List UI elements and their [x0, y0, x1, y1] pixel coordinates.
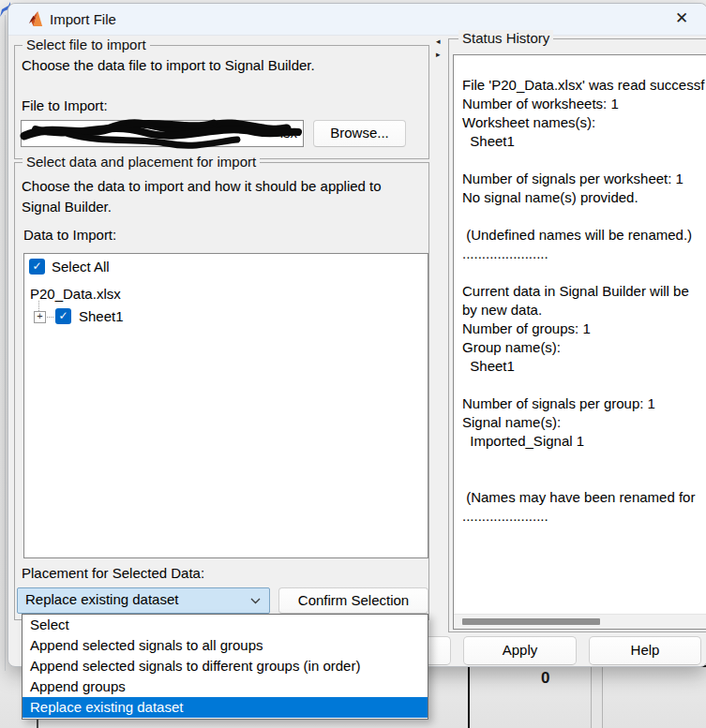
- file-path-input[interactable]: lsx: [21, 120, 304, 147]
- select-all-label[interactable]: Select All: [52, 259, 110, 275]
- status-line: ......................: [462, 507, 706, 526]
- horizontal-scrollbar-thumb[interactable]: [462, 618, 600, 625]
- status-line: Number of signals per group: 1: [462, 394, 706, 413]
- background-window-edge: [5, 15, 6, 671]
- apply-button[interactable]: Apply: [463, 636, 577, 665]
- status-line: Worksheet names(s):: [462, 113, 706, 132]
- dropdown-option-append-different[interactable]: Append selected signals to different gro…: [23, 656, 428, 676]
- status-line: Imported_Signal 1: [462, 432, 706, 451]
- status-line: [462, 451, 706, 469]
- status-history-lines: File 'P20_Data.xlsx' was read successf N…: [454, 55, 706, 526]
- select-all-checkbox[interactable]: ✓: [29, 259, 45, 275]
- status-line: Current data in Signal Builder will be: [462, 282, 706, 301]
- tree-node-sheet1[interactable]: Sheet1: [79, 308, 124, 324]
- browse-button[interactable]: Browse...: [313, 120, 406, 147]
- status-line: Sheet1: [462, 357, 706, 376]
- placement-combobox-value: Replace existing dataset: [25, 591, 178, 607]
- status-line: [462, 376, 706, 394]
- select-data-description-line2: Signal Builder.: [22, 199, 112, 215]
- background-axis-tick-label: 0: [541, 669, 549, 688]
- status-line: Group name(s):: [462, 338, 706, 357]
- data-to-import-label: Data to Import:: [23, 227, 116, 243]
- help-button[interactable]: Help: [589, 636, 701, 665]
- splitter-collapse-right-icon[interactable]: ▸: [436, 51, 441, 59]
- screen: 0 Import File ✕ Select file to import Ch…: [0, 0, 706, 728]
- select-data-description-line1: Choose the data to import and how it sho…: [22, 178, 382, 194]
- status-line: No signal name(s) provided.: [462, 188, 706, 207]
- status-line: Sheet1: [462, 132, 706, 151]
- import-file-dialog: Import File ✕ Select file to import Choo…: [8, 3, 706, 667]
- status-history-legend: Status History: [458, 30, 553, 46]
- status-history-textarea[interactable]: File 'P20_Data.xlsx' was read successf N…: [453, 54, 706, 630]
- dropdown-option-replace-dataset[interactable]: Replace existing dataset: [23, 697, 428, 718]
- placement-label: Placement for Selected Data:: [22, 565, 204, 581]
- dropdown-option-append-groups[interactable]: Append groups: [23, 676, 428, 697]
- status-line: (Undefined names will be renamed.): [462, 226, 706, 245]
- titlebar[interactable]: Import File ✕: [8, 4, 706, 36]
- matlab-logo-icon: [26, 10, 44, 28]
- status-line: [462, 469, 706, 488]
- select-data-legend: Select data and placement for import: [23, 154, 260, 170]
- select-file-legend: Select file to import: [23, 37, 150, 52]
- select-data-groupbox: Select data and placement for import Cho…: [14, 162, 429, 620]
- status-line: Number of worksheets: 1: [462, 95, 706, 113]
- select-file-groupbox: Select file to import Choose the data fi…: [14, 45, 429, 159]
- tree-connector: [45, 317, 53, 318]
- select-file-description: Choose the data file to import to Signal…: [22, 57, 315, 73]
- dropdown-option-select[interactable]: Select: [23, 615, 428, 635]
- confirm-selection-button[interactable]: Confirm Selection: [278, 587, 428, 614]
- background-plot-axis: [468, 666, 470, 728]
- splitter-collapse-left-icon[interactable]: ◂: [436, 37, 441, 46]
- status-history-groupbox: Status History File 'P20_Data.xlsx' was …: [448, 38, 706, 632]
- close-icon[interactable]: ✕: [665, 4, 698, 35]
- status-line: [462, 207, 706, 226]
- status-line: File 'P20_Data.xlsx' was read successf: [462, 76, 706, 95]
- status-line: ......................: [462, 245, 706, 263]
- status-line: (Names may have been renamed for: [462, 488, 706, 507]
- horizontal-scrollbar-track[interactable]: [454, 614, 706, 629]
- dialog-title: Import File: [50, 4, 116, 35]
- status-line: Number of groups: 1: [462, 319, 706, 338]
- status-line: [462, 263, 706, 282]
- file-path-visible-fragment: lsx: [280, 125, 297, 141]
- placement-dropdown-popup: Select Append selected signals to all gr…: [22, 614, 428, 720]
- status-line: by new data.: [462, 301, 706, 319]
- file-to-import-label: File to Import:: [22, 97, 108, 113]
- placement-combobox[interactable]: Replace existing dataset: [17, 587, 270, 614]
- tree-node-file[interactable]: P20_Data.xlsx: [30, 286, 121, 302]
- data-import-tree[interactable]: ✓ Select All P20_Data.xlsx + ✓ Sheet1: [23, 253, 428, 558]
- background-panel-divider: [591, 666, 603, 728]
- status-line: [462, 151, 706, 170]
- dropdown-option-append-all[interactable]: Append selected signals to all groups: [23, 635, 428, 656]
- sheet1-checkbox[interactable]: ✓: [55, 308, 71, 324]
- status-line: Number of signals per worksheet: 1: [462, 170, 706, 188]
- status-line: Signal name(s):: [462, 413, 706, 432]
- chevron-down-icon: [250, 598, 261, 604]
